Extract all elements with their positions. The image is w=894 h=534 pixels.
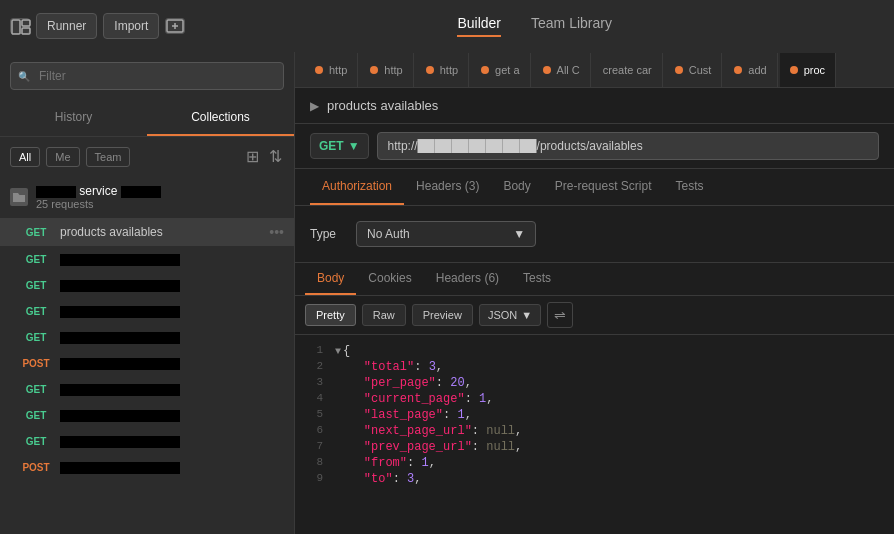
import-button[interactable]: Import [103, 13, 159, 39]
wrap-icon[interactable]: ⇌ [547, 302, 573, 328]
line-num: 2 [295, 360, 335, 372]
tab-builder[interactable]: Builder [457, 15, 501, 37]
layout-icon[interactable] [10, 18, 30, 34]
line-num: 8 [295, 456, 335, 468]
req-tab-5[interactable]: create car [593, 53, 663, 87]
method-select[interactable]: GET ▼ [310, 133, 369, 159]
request-item[interactable]: POST [0, 350, 294, 376]
request-name [60, 460, 284, 474]
req-tab-3[interactable]: get a [471, 53, 530, 87]
format-preview[interactable]: Preview [412, 304, 473, 326]
filter-all[interactable]: All [10, 147, 40, 167]
request-item[interactable]: GET [0, 376, 294, 402]
method-value: GET [319, 139, 344, 153]
tab-dot [734, 66, 742, 74]
auth-type-select[interactable]: No Auth ▼ [356, 221, 536, 247]
search-bar [0, 52, 294, 100]
url-input[interactable] [377, 132, 879, 160]
request-name [60, 408, 284, 422]
sort-icon[interactable]: ⇅ [267, 145, 284, 168]
req-tab-7[interactable]: add [724, 53, 777, 87]
request-name [60, 382, 284, 396]
method-get: GET [20, 410, 52, 421]
collection-name: service [36, 184, 284, 198]
tab-collections[interactable]: Collections [147, 100, 294, 136]
response-toolbar: Pretty Raw Preview JSON ▼ ⇌ [295, 296, 894, 335]
request-item[interactable]: GET [0, 298, 294, 324]
tab-prerequest[interactable]: Pre-request Script [543, 169, 664, 205]
collection-item[interactable]: service 25 requests [0, 176, 294, 218]
lang-dropdown-icon: ▼ [521, 309, 532, 321]
request-item[interactable]: GET [0, 428, 294, 454]
tab-history[interactable]: History [0, 100, 147, 136]
code-line-2: 2 "total": 3, [295, 359, 894, 375]
code-line-9: 9 "to": 3, [295, 471, 894, 487]
new-collection-icon[interactable]: ⊞ [244, 145, 261, 168]
req-tab-4[interactable]: All C [533, 53, 591, 87]
tab-body[interactable]: Body [305, 263, 356, 295]
auth-type-label: Type [310, 227, 336, 241]
lang-select[interactable]: JSON ▼ [479, 304, 541, 326]
request-name: products availables [60, 225, 261, 239]
tab-label: Cust [689, 64, 712, 76]
more-options-icon[interactable]: ••• [269, 224, 284, 240]
code-view: 1 ▼{ 2 "total": 3, 3 "per_page": 20, 4 "… [295, 335, 894, 534]
action-icons: ⊞ ⇅ [244, 145, 284, 168]
method-get: GET [20, 384, 52, 395]
filter-team[interactable]: Team [86, 147, 131, 167]
tab-cookies[interactable]: Cookies [356, 263, 423, 295]
tab-label: add [748, 64, 766, 76]
filter-me[interactable]: Me [46, 147, 79, 167]
request-item[interactable]: POST [0, 454, 294, 480]
tab-label: create car [603, 64, 652, 76]
tab-dot [315, 66, 323, 74]
tab-dot [543, 66, 551, 74]
method-post: POST [20, 358, 52, 369]
request-title: products availables [327, 98, 438, 113]
expand-arrow-icon[interactable]: ▶ [310, 99, 319, 113]
line-num: 7 [295, 440, 335, 452]
tab-tests-response[interactable]: Tests [511, 263, 563, 295]
req-tab-8[interactable]: proc [780, 53, 836, 87]
req-tab-6[interactable]: Cust [665, 53, 723, 87]
request-name [60, 252, 284, 266]
req-tab-1[interactable]: http [360, 53, 413, 87]
req-tab-0[interactable]: http [305, 53, 358, 87]
method-post: POST [20, 462, 52, 473]
request-name [60, 434, 284, 448]
format-raw[interactable]: Raw [362, 304, 406, 326]
top-bar-left: Runner Import [10, 13, 185, 39]
request-item[interactable]: GET products availables ••• [0, 218, 294, 246]
new-tab-icon[interactable] [165, 18, 185, 34]
runner-button[interactable]: Runner [36, 13, 97, 39]
search-input[interactable] [10, 62, 284, 90]
main-layout: History Collections All Me Team ⊞ ⇅ serv… [0, 52, 894, 534]
line-num: 4 [295, 392, 335, 404]
request-item[interactable]: GET [0, 246, 294, 272]
tab-dot [370, 66, 378, 74]
req-tab-2[interactable]: http [416, 53, 469, 87]
request-item[interactable]: GET [0, 402, 294, 428]
tab-team-library[interactable]: Team Library [531, 15, 612, 37]
svg-rect-0 [12, 20, 20, 34]
request-name [60, 278, 284, 292]
code-line-3: 3 "per_page": 20, [295, 375, 894, 391]
format-pretty[interactable]: Pretty [305, 304, 356, 326]
right-panel: http http http get a All C create car [295, 52, 894, 534]
tab-tests[interactable]: Tests [663, 169, 715, 205]
tab-body[interactable]: Body [491, 169, 542, 205]
collection-count: 25 requests [36, 198, 284, 210]
tab-label: get a [495, 64, 519, 76]
top-bar: Runner Import Builder Team Library [0, 0, 894, 52]
request-header: ▶ products availables [295, 88, 894, 124]
method-get: GET [20, 254, 52, 265]
request-item[interactable]: GET [0, 272, 294, 298]
code-line-6: 6 "next_page_url": null, [295, 423, 894, 439]
request-name [60, 330, 284, 344]
request-item[interactable]: GET [0, 324, 294, 350]
tab-headers[interactable]: Headers (3) [404, 169, 491, 205]
tab-authorization[interactable]: Authorization [310, 169, 404, 205]
svg-rect-1 [22, 20, 30, 26]
method-get: GET [20, 227, 52, 238]
tab-headers-response[interactable]: Headers (6) [424, 263, 511, 295]
